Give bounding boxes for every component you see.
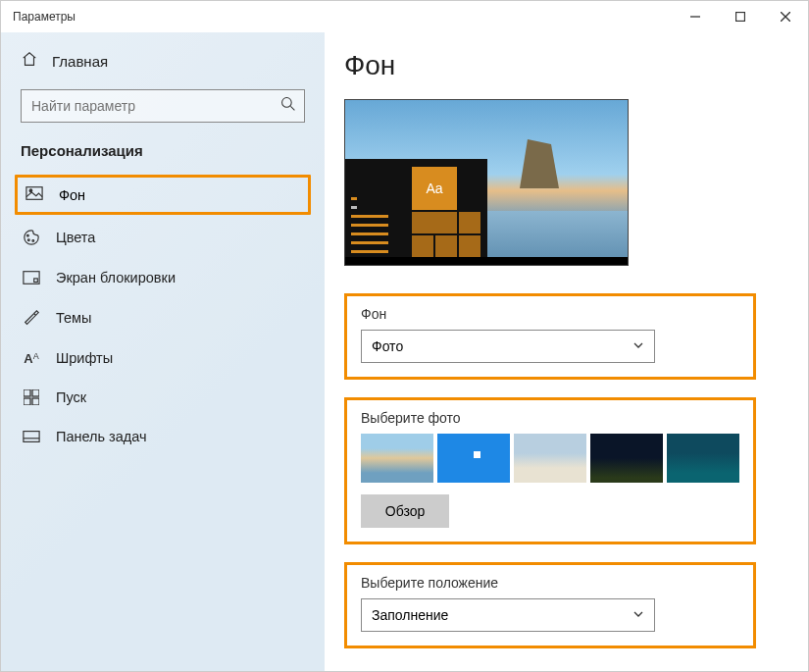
svg-point-8 [27, 234, 29, 236]
palette-icon [23, 229, 40, 246]
brush-icon [23, 309, 40, 327]
dropdown-value: Заполнение [372, 607, 448, 623]
position-dropdown[interactable]: Заполнение [361, 598, 655, 632]
svg-point-10 [32, 240, 34, 242]
preview-tile-aa: Aa [412, 167, 457, 210]
wallpaper-thumb-3[interactable] [514, 434, 586, 483]
taskbar-icon [23, 430, 40, 443]
svg-rect-15 [24, 398, 30, 405]
sidebar-item-label: Пуск [56, 389, 86, 405]
search-input-wrap[interactable] [21, 89, 305, 123]
search-icon [280, 96, 296, 116]
sidebar-item-start[interactable]: Пуск [1, 378, 325, 417]
wallpaper-thumb-2[interactable] [437, 434, 510, 483]
svg-rect-13 [24, 389, 30, 396]
svg-point-4 [282, 98, 292, 108]
sidebar-item-taskbar[interactable]: Панель задач [1, 417, 325, 456]
sidebar-item-label: Шрифты [56, 350, 113, 366]
main-content: Фон Aa Фон Фото [325, 32, 808, 671]
desktop-preview: Aa [344, 99, 629, 266]
minimize-button[interactable] [673, 1, 718, 32]
chevron-down-icon [632, 338, 644, 354]
sidebar-item-label: Экран блокировки [56, 270, 176, 285]
section-title: Персонализация [1, 134, 325, 173]
bg-label: Фон [361, 306, 739, 322]
sidebar-item-fonts[interactable]: AA Шрифты [1, 338, 325, 378]
sidebar-item-label: Панель задач [56, 429, 147, 444]
font-icon: AA [23, 351, 40, 366]
sidebar: Главная Персонализация Фон Цвета [1, 32, 325, 671]
search-input[interactable] [31, 98, 271, 114]
sidebar-item-themes[interactable]: Темы [1, 297, 325, 338]
lockscreen-icon [23, 270, 40, 285]
svg-point-9 [27, 239, 29, 241]
svg-rect-12 [34, 279, 38, 283]
home-icon [21, 50, 38, 72]
maximize-button[interactable] [718, 1, 763, 32]
svg-rect-17 [24, 432, 39, 442]
svg-point-7 [29, 189, 32, 192]
wallpaper-thumb-4[interactable] [590, 434, 663, 483]
picture-icon [25, 185, 43, 204]
svg-rect-6 [26, 187, 42, 200]
sidebar-item-label: Цвета [56, 230, 95, 245]
sidebar-item-colors[interactable]: Цвета [1, 217, 325, 258]
sidebar-item-lockscreen[interactable]: Экран блокировки [1, 258, 325, 297]
close-button[interactable] [763, 1, 808, 32]
window-title: Параметры [1, 10, 76, 24]
sidebar-item-label: Фон [59, 187, 85, 203]
photo-label: Выберите фото [361, 410, 739, 426]
sidebar-item-background[interactable]: Фон [15, 175, 311, 215]
chevron-down-icon [632, 607, 644, 623]
choose-fit-group: Выберите положение Заполнение [344, 562, 756, 648]
start-icon [23, 389, 40, 405]
page-title: Фон [344, 50, 808, 81]
choose-photo-group: Выберите фото Обзор [344, 397, 756, 544]
home-nav[interactable]: Главная [1, 40, 325, 81]
bg-type-dropdown[interactable]: Фото [361, 330, 655, 363]
background-type-group: Фон Фото [344, 293, 756, 380]
svg-line-5 [290, 106, 294, 110]
wallpaper-thumb-1[interactable] [361, 434, 433, 483]
titlebar: Параметры [1, 1, 808, 32]
browse-button[interactable]: Обзор [361, 494, 449, 528]
position-label: Выберите положение [361, 575, 739, 591]
svg-rect-14 [32, 389, 39, 396]
svg-rect-16 [32, 398, 39, 405]
svg-rect-1 [736, 13, 745, 22]
wallpaper-thumb-5[interactable] [667, 434, 739, 483]
sidebar-item-label: Темы [56, 310, 92, 326]
dropdown-value: Фото [372, 338, 403, 354]
home-label: Главная [52, 53, 108, 70]
